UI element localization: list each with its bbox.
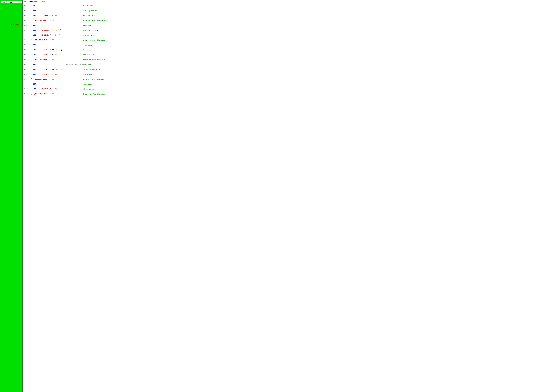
instruction-cell[interactable]: LD 1 bbox=[31, 4, 83, 7]
token: 50 bbox=[55, 15, 58, 16]
code-row[interactable]: 0017AND [ I_LEVEL_PV > 950 ]5th branch -… bbox=[24, 87, 532, 91]
token: < bbox=[52, 54, 55, 56]
line-comment[interactable]: Memory read bbox=[83, 64, 92, 65]
logic-title[interactable]: Filling Valve Logic bbox=[24, 0, 38, 2]
line-comment[interactable]: Memory read bbox=[83, 24, 92, 26]
instruction-cell[interactable]: MPP bbox=[31, 83, 83, 86]
instruction-cell[interactable]: AND [ I_LEVEL_PV >= 50 ] bbox=[31, 29, 83, 32]
indent-bar bbox=[32, 63, 32, 66]
indent-bar bbox=[32, 53, 32, 56]
token: 400 bbox=[56, 49, 61, 51]
instruction-cell[interactable]: [ O_FILLING_VALVE := 70 ] bbox=[31, 39, 83, 41]
line-comment[interactable]: 3rd branch - level >=400 bbox=[83, 49, 100, 51]
token: 950 bbox=[55, 74, 59, 75]
token: O_FILLING_VALVE bbox=[33, 39, 49, 41]
code-row[interactable]: 0003[ O_FILLING_VALVE := 90 ]Then move 9… bbox=[24, 18, 532, 23]
token: 30 bbox=[52, 78, 57, 80]
instruction-cell[interactable]: [ O_FILLING_VALVE := 30 ] bbox=[31, 78, 83, 80]
indent-bar bbox=[32, 48, 32, 51]
instruction-cell[interactable]: AND [ I_LEVEL_PV >= 400 ] bbox=[31, 48, 83, 51]
instruction-cell[interactable]: [ O_FILLING_VALVE := 50 ] bbox=[31, 59, 83, 61]
code-row[interactable]: 0002AND [ I_LEVEL_PV < 50 ]1st branch - … bbox=[24, 13, 532, 18]
token: ] bbox=[59, 88, 60, 90]
indent-bar bbox=[32, 68, 32, 71]
sidebar: ✓ IL Rung0 Inst Tools bbox=[0, 0, 23, 392]
code-row[interactable]: 0007[ O_FILLING_VALVE := 70 ]Then move 7… bbox=[24, 37, 532, 42]
indent-bar bbox=[32, 88, 32, 90]
line-comment[interactable]: Then move 30% to filling valve bbox=[83, 78, 105, 80]
code-row[interactable]: 0012MRDMemory read bbox=[24, 62, 532, 67]
code-editor[interactable]: Filling Valve Logic Comment 0000LD 1True… bbox=[23, 0, 533, 392]
indent-bar bbox=[32, 34, 32, 37]
line-comment[interactable]: Memory read bbox=[83, 44, 92, 46]
token: := bbox=[49, 78, 52, 80]
code-row[interactable]: 0005AND [ I_LEVEL_PV >= 50 ]2nd branch -… bbox=[24, 28, 532, 33]
code-row[interactable]: 0013AND [ I_LEVEL_PV >= 650 ]4th branch … bbox=[24, 67, 532, 72]
indent-bar bbox=[32, 4, 32, 7]
instruction-cell[interactable]: AND [ I_LEVEL_PV < 50 ] bbox=[31, 14, 83, 17]
code-row[interactable]: 0014AND [ I_LEVEL_PV < 950 ]AND level<95… bbox=[24, 72, 532, 77]
token: [ bbox=[40, 15, 42, 16]
token: AND bbox=[33, 49, 40, 51]
instruction-cell[interactable]: MPS bbox=[31, 9, 83, 12]
token: ] bbox=[57, 39, 58, 41]
line-comment[interactable]: 4th branch - level >=650 bbox=[83, 69, 100, 70]
code-row[interactable]: 0010AND [ I_LEVEL_PV < 650 ]AND level<65… bbox=[24, 52, 532, 57]
indent-bar bbox=[32, 24, 32, 27]
line-comment[interactable]: Then move 10% to filling valve bbox=[83, 93, 105, 95]
code-row[interactable]: 0000LD 1True (Load 1) bbox=[24, 3, 532, 8]
instruction-cell[interactable]: AND [ I_LEVEL_PV < 400 ] bbox=[31, 34, 83, 37]
code-row[interactable]: 0015[ O_FILLING_VALVE := 30 ]Then move 3… bbox=[24, 77, 532, 82]
instruction-cell[interactable]: MRD bbox=[31, 43, 83, 47]
line-comment[interactable]: AND level<950 bbox=[83, 74, 94, 75]
instruction-cell[interactable]: [ O_FILLING_VALVE := 90 ] bbox=[31, 20, 83, 21]
token: < bbox=[52, 15, 55, 16]
code-row[interactable]: 0009AND [ I_LEVEL_PV >= 400 ]3rd branch … bbox=[24, 47, 532, 52]
line-number: 0011 bbox=[24, 59, 28, 61]
line-comment[interactable]: 5th branch - level >950 bbox=[83, 88, 99, 90]
line-number: 0000 bbox=[24, 5, 28, 7]
code-row[interactable]: 0018[ O_FILLING_VALVE := 10 ]Then move 1… bbox=[24, 91, 532, 96]
comment-placeholder[interactable]: Comment bbox=[39, 0, 45, 2]
code-row[interactable]: 0008MRDMemory read bbox=[24, 42, 532, 47]
instruction-cell[interactable]: AND [ I_LEVEL_PV >= 650 ] bbox=[31, 68, 83, 71]
code-row[interactable]: 0016MPPMemory PoP bbox=[24, 82, 532, 87]
instruction-cell[interactable]: AND [ I_LEVEL_PV < 650 ] bbox=[31, 53, 83, 56]
code-row[interactable]: 0006AND [ I_LEVEL_PV < 400 ]AND level<40… bbox=[24, 33, 532, 37]
line-number: 0015 bbox=[24, 78, 28, 80]
token: ] bbox=[61, 49, 62, 51]
token: ] bbox=[58, 15, 59, 16]
line-comment[interactable]: Then move 70% to filling valve bbox=[83, 39, 105, 41]
token: I_LEVEL_PV bbox=[42, 88, 52, 90]
line-comment[interactable]: Memory push store bbox=[83, 10, 97, 12]
token: [ bbox=[40, 29, 42, 31]
line-comment[interactable]: Then move 50% to filling valve bbox=[83, 59, 105, 61]
line-comment[interactable]: AND level<650 bbox=[83, 54, 94, 56]
instruction-cell[interactable]: AND [ I_LEVEL_PV > 950 ] bbox=[31, 88, 83, 90]
code-row[interactable]: 0004MRDMemory read bbox=[24, 23, 532, 28]
line-number: 0010 bbox=[24, 54, 28, 56]
token: [ bbox=[40, 49, 42, 51]
rung-header[interactable]: ✓ IL Rung0 bbox=[1, 1, 22, 3]
line-comment[interactable]: 1st branch - level <50 bbox=[83, 15, 98, 17]
instruction-cell[interactable]: [ O_FILLING_VALVE := 10 ] bbox=[31, 93, 83, 95]
token: >= bbox=[52, 49, 56, 51]
token: := bbox=[49, 59, 52, 61]
code-row[interactable]: 0011[ O_FILLING_VALVE := 50 ]Then move 5… bbox=[24, 57, 532, 62]
instruction-cell[interactable]: AND [ I_LEVEL_PV < 950 ] bbox=[31, 73, 83, 76]
instruction-cell[interactable]: MRD bbox=[31, 24, 83, 27]
token: O_FILLING_VALVE bbox=[33, 78, 49, 80]
token: MRD bbox=[33, 44, 36, 46]
line-comment[interactable]: True (Load 1) bbox=[83, 5, 93, 7]
token: := bbox=[49, 20, 52, 21]
language-select[interactable]: IL bbox=[3, 1, 7, 3]
instruction-cell[interactable]: MRD bbox=[31, 63, 83, 66]
line-comment[interactable]: 2nd branch - level >=50 bbox=[83, 29, 100, 31]
token: [ bbox=[31, 20, 33, 21]
line-number: 0009 bbox=[24, 49, 28, 51]
line-comment[interactable]: Memory PoP bbox=[83, 83, 92, 85]
line-comment[interactable]: AND level<400 bbox=[83, 34, 94, 36]
code-row[interactable]: 0001MPSMemory push store bbox=[24, 8, 532, 13]
line-comment[interactable]: Then move 90% to filling valve bbox=[83, 20, 105, 21]
token: MRD bbox=[33, 24, 36, 26]
